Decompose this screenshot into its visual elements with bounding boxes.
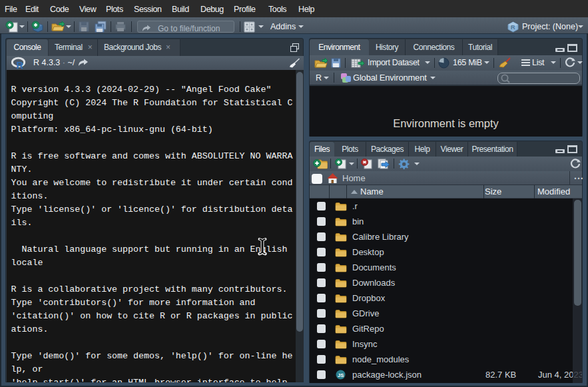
svg-text:R: R (511, 24, 515, 31)
svg-text:R: R (17, 60, 24, 70)
svg-text:JS: JS (338, 372, 344, 378)
